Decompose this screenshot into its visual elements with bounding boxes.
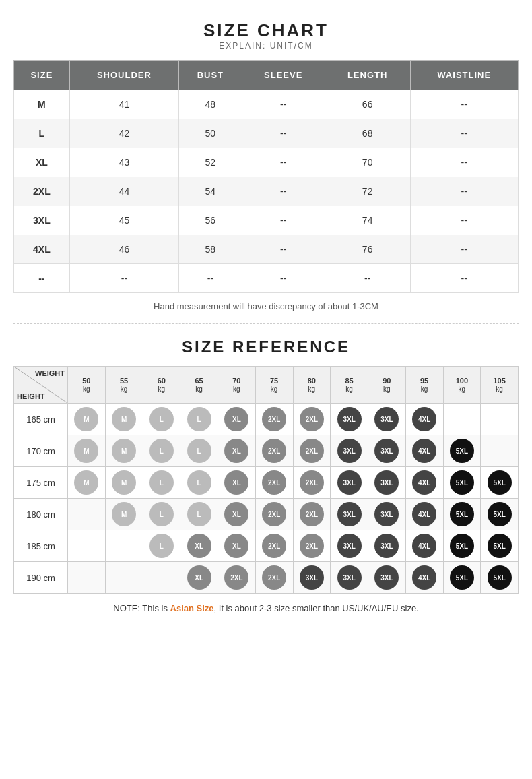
size-bubble-cell: XL <box>180 562 218 594</box>
size-value: 76 <box>325 235 410 264</box>
size-chart-col-header: SHOULDER <box>69 61 178 90</box>
size-reference-table: WEIGHT HEIGHT 50kg55kg60kg65kg70kg75kg80… <box>13 366 519 594</box>
size-bubble-cell: 3XL <box>368 562 406 594</box>
ref-row: 180 cmMLLXL2XL2XL3XL3XL4XL5XL5XL <box>14 499 519 530</box>
size-bubble-cell: 2XL <box>293 467 331 499</box>
size-value: 41 <box>69 90 178 119</box>
size-value: -- <box>69 264 178 293</box>
size-bubble-cell: L <box>143 499 180 530</box>
size-bubble-cell: L <box>180 499 218 530</box>
ref-row: 185 cmLXLXL2XL2XL3XL3XL4XL5XL5XL <box>14 530 519 562</box>
weight-header-cell: 95kg <box>405 367 443 404</box>
size-chart-table: SIZESHOULDERBUSTSLEEVELENGTHWAISTLINE M4… <box>13 60 519 293</box>
size-bubble-cell: M <box>105 435 143 467</box>
size-bubble-cell <box>105 562 143 594</box>
size-bubble-cell: M <box>105 499 143 530</box>
size-bubble-cell: 5XL <box>443 435 481 467</box>
size-bubble-cell: 2XL <box>218 562 256 594</box>
size-value: -- <box>179 264 242 293</box>
size-chart-title: SIZE CHART <box>13 20 519 41</box>
size-bubble-cell: M <box>68 435 106 467</box>
size-bubble: 2XL <box>224 565 248 590</box>
size-chart-row: 3XL4556--74-- <box>14 206 519 235</box>
weight-header-cell: 55kg <box>105 367 143 404</box>
size-bubble-cell: XL <box>218 467 256 499</box>
size-bubble: 5XL <box>488 534 512 558</box>
size-value: 54 <box>179 177 242 206</box>
size-bubble: 3XL <box>337 439 362 463</box>
size-bubble-cell: L <box>180 404 218 435</box>
size-bubble: M <box>112 407 136 431</box>
size-bubble-cell: 4XL <box>405 562 443 594</box>
size-value: -- <box>410 90 518 119</box>
note-suffix: , It is about 2-3 size smaller than US/U… <box>214 603 419 613</box>
size-chart-row: L4250--68-- <box>14 119 519 148</box>
size-bubble: 3XL <box>374 470 399 495</box>
size-bubble-cell: 2XL <box>255 404 293 435</box>
size-value: -- <box>242 264 325 293</box>
size-bubble: M <box>74 470 98 495</box>
ref-row: 175 cmMMLLXL2XL2XL3XL3XL4XL5XL5XL <box>14 467 519 499</box>
weight-header-cell: 60kg <box>143 367 180 404</box>
size-value: 74 <box>325 206 410 235</box>
size-bubble-cell: L <box>143 467 180 499</box>
size-value: -- <box>325 264 410 293</box>
size-bubble-cell: XL <box>218 499 256 530</box>
size-value: 43 <box>69 148 178 177</box>
height-label-cell: 190 cm <box>14 562 68 594</box>
size-value: 58 <box>179 235 242 264</box>
height-label: HEIGHT <box>17 392 45 400</box>
weight-header-cell: 100kg <box>443 367 481 404</box>
size-bubble-cell <box>105 530 143 562</box>
size-chart-row: XL4352--70-- <box>14 148 519 177</box>
height-label-cell: 180 cm <box>14 499 68 530</box>
size-bubble: 4XL <box>412 502 436 526</box>
size-label: L <box>14 119 70 148</box>
weight-height-header: WEIGHT HEIGHT <box>14 367 68 404</box>
asian-size-note: NOTE: This is Asian Size, It is about 2-… <box>13 603 519 613</box>
size-bubble-cell <box>481 404 519 435</box>
size-bubble-cell: 3XL <box>331 467 368 499</box>
height-label-cell: 170 cm <box>14 435 68 467</box>
size-bubble-cell: L <box>143 435 180 467</box>
hand-measurement-note: Hand measurement will have discrepancy o… <box>13 301 519 311</box>
size-bubble: 4XL <box>412 439 436 463</box>
size-bubble: 2XL <box>262 502 286 526</box>
size-bubble-cell: 3XL <box>331 404 368 435</box>
size-bubble-cell: 3XL <box>331 530 368 562</box>
size-bubble: L <box>187 502 211 526</box>
size-reference-title: SIZE REFERENCE <box>13 338 519 356</box>
size-bubble: L <box>149 534 174 558</box>
size-bubble: 2XL <box>262 534 286 558</box>
size-bubble: 5XL <box>488 502 512 526</box>
size-bubble: 4XL <box>412 534 436 558</box>
size-bubble-cell <box>481 435 519 467</box>
size-chart-col-header: SIZE <box>14 61 70 90</box>
size-label: 3XL <box>14 206 70 235</box>
ref-row: 190 cmXL2XL2XL3XL3XL3XL4XL5XL5XL <box>14 562 519 594</box>
size-bubble-cell: 3XL <box>368 530 406 562</box>
size-bubble: 2XL <box>262 565 286 590</box>
size-bubble: 4XL <box>412 470 436 495</box>
size-value: 46 <box>69 235 178 264</box>
size-bubble: XL <box>224 502 248 526</box>
size-chart-section: SIZE CHART EXPLAIN: UNIT/CM SIZESHOULDER… <box>13 20 519 311</box>
size-label: 2XL <box>14 177 70 206</box>
size-bubble-cell <box>68 530 106 562</box>
size-bubble-cell: M <box>68 467 106 499</box>
size-bubble: L <box>149 407 174 431</box>
size-bubble-cell: 2XL <box>293 435 331 467</box>
height-label-cell: 185 cm <box>14 530 68 562</box>
size-value: -- <box>410 235 518 264</box>
size-bubble-cell: 3XL <box>331 499 368 530</box>
size-value: 68 <box>325 119 410 148</box>
size-bubble: 5XL <box>450 502 474 526</box>
size-bubble: L <box>149 470 174 495</box>
size-bubble: L <box>187 470 211 495</box>
size-value: -- <box>242 148 325 177</box>
weight-header-cell: 90kg <box>368 367 406 404</box>
section-divider <box>13 323 519 324</box>
size-bubble: 3XL <box>300 565 324 590</box>
size-bubble-cell: 5XL <box>481 467 519 499</box>
size-label: 4XL <box>14 235 70 264</box>
